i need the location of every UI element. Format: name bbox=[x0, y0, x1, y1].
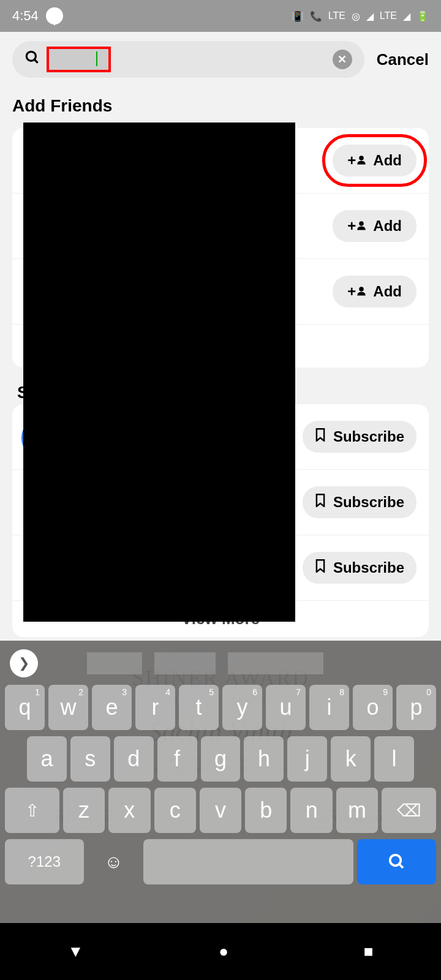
signal-icon: ◢ bbox=[366, 10, 374, 22]
key-m[interactable]: m bbox=[336, 788, 378, 833]
key-y[interactable]: y6 bbox=[222, 685, 262, 730]
add-friends-title: Add Friends bbox=[0, 87, 441, 122]
subscribe-button[interactable]: Subscribe bbox=[303, 421, 417, 453]
key-j[interactable]: j bbox=[287, 736, 327, 782]
key-s[interactable]: s bbox=[70, 736, 110, 782]
status-bar: 4:54 📳 📞 LTE ◎ ◢ LTE ◢ 🔋 bbox=[0, 0, 441, 32]
subscribe-button[interactable]: Subscribe bbox=[303, 486, 417, 518]
subscribe-label: Subscribe bbox=[333, 559, 404, 576]
add-label: Add bbox=[373, 152, 402, 169]
add-person-icon: + bbox=[347, 217, 367, 235]
search-box[interactable]: ✕ bbox=[12, 41, 364, 78]
svg-point-3 bbox=[360, 221, 364, 226]
add-person-icon: + bbox=[347, 152, 367, 169]
search-area: ✕ Cancel bbox=[0, 32, 441, 87]
redaction-overlay bbox=[23, 123, 295, 622]
nav-recent-icon[interactable]: ■ bbox=[364, 942, 374, 961]
svg-point-5 bbox=[390, 855, 401, 866]
key-shift[interactable]: ⇧ bbox=[5, 788, 59, 833]
kb-suggestions: ❯ bbox=[5, 646, 436, 685]
key-x[interactable]: x bbox=[108, 788, 150, 833]
hotspot-icon: ◎ bbox=[352, 10, 360, 22]
key-h[interactable]: h bbox=[244, 736, 284, 782]
key-g[interactable]: g bbox=[201, 736, 241, 782]
cancel-button[interactable]: Cancel bbox=[377, 50, 429, 69]
key-q[interactable]: q1 bbox=[5, 685, 45, 730]
signal2-icon: ◢ bbox=[403, 10, 410, 22]
key-space[interactable] bbox=[143, 839, 353, 884]
add-friend-button[interactable]: + Add bbox=[333, 276, 417, 307]
key-w[interactable]: w2 bbox=[48, 685, 88, 730]
key-z[interactable]: z bbox=[63, 788, 105, 833]
key-u[interactable]: u7 bbox=[266, 685, 306, 730]
clear-button[interactable]: ✕ bbox=[333, 50, 352, 69]
key-l[interactable]: l bbox=[374, 736, 414, 782]
key-n[interactable]: n bbox=[290, 788, 332, 833]
nav-home-icon[interactable]: ● bbox=[219, 942, 228, 961]
kb-suggestion[interactable] bbox=[87, 652, 142, 674]
key-p[interactable]: p0 bbox=[396, 685, 436, 730]
key-i[interactable]: i8 bbox=[309, 685, 349, 730]
svg-line-1 bbox=[34, 59, 37, 62]
svg-point-4 bbox=[360, 287, 364, 292]
nav-bar: ▼ ● ■ bbox=[0, 923, 441, 980]
vibrate-icon: 📳 bbox=[292, 10, 304, 22]
key-t[interactable]: t5 bbox=[179, 685, 219, 730]
key-search[interactable] bbox=[357, 839, 436, 884]
key-mode[interactable]: ?123 bbox=[5, 839, 84, 884]
key-c[interactable]: c bbox=[154, 788, 196, 833]
svg-point-0 bbox=[26, 51, 36, 61]
key-d[interactable]: d bbox=[114, 736, 154, 782]
key-b[interactable]: b bbox=[245, 788, 287, 833]
add-friend-button[interactable]: + Add bbox=[333, 210, 417, 242]
bookmark-icon bbox=[315, 428, 326, 445]
key-backspace[interactable]: ⌫ bbox=[382, 788, 436, 833]
messenger-icon bbox=[46, 7, 63, 24]
kb-expand-icon[interactable]: ❯ bbox=[10, 649, 38, 677]
subscribe-button[interactable]: Subscribe bbox=[303, 552, 417, 584]
add-label: Add bbox=[373, 217, 402, 235]
add-friend-button[interactable]: + Add bbox=[333, 145, 417, 176]
subscribe-label: Subscribe bbox=[333, 494, 404, 511]
kb-suggestion[interactable] bbox=[154, 652, 216, 674]
key-r[interactable]: r4 bbox=[135, 685, 175, 730]
kb-suggestion[interactable] bbox=[228, 652, 323, 674]
keyboard: ❯ q1w2e3r4t5y6u7i8o9p0 asdfghjkl ⇧ zxcvb… bbox=[0, 641, 441, 923]
search-input[interactable] bbox=[47, 47, 111, 72]
key-emoji[interactable]: ☺ bbox=[88, 839, 140, 884]
nav-back-icon[interactable]: ▼ bbox=[67, 942, 83, 961]
bookmark-icon bbox=[315, 559, 326, 576]
key-e[interactable]: e3 bbox=[92, 685, 132, 730]
search-icon bbox=[24, 50, 40, 70]
bookmark-icon bbox=[315, 494, 326, 511]
key-f[interactable]: f bbox=[157, 736, 197, 782]
add-label: Add bbox=[373, 283, 402, 300]
status-time: 4:54 bbox=[12, 8, 39, 24]
key-o[interactable]: o9 bbox=[353, 685, 393, 730]
lte-label: LTE bbox=[328, 10, 345, 21]
key-a[interactable]: a bbox=[27, 736, 67, 782]
svg-line-6 bbox=[399, 864, 402, 868]
subscribe-label: Subscribe bbox=[333, 428, 404, 445]
add-person-icon: + bbox=[347, 283, 367, 300]
key-v[interactable]: v bbox=[200, 788, 241, 833]
lte2-label: LTE bbox=[380, 10, 397, 21]
battery-icon: 🔋 bbox=[417, 10, 429, 22]
key-k[interactable]: k bbox=[331, 736, 371, 782]
volte-icon: 📞 bbox=[310, 10, 322, 22]
status-icons: 📳 📞 LTE ◎ ◢ LTE ◢ 🔋 bbox=[292, 10, 429, 22]
svg-point-2 bbox=[360, 156, 364, 160]
